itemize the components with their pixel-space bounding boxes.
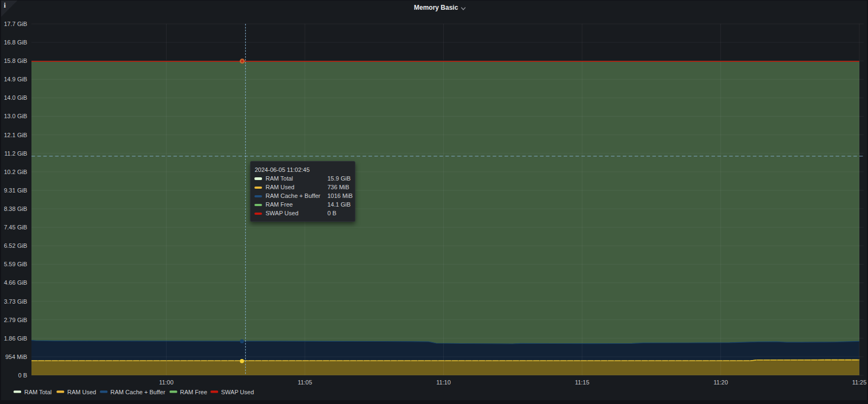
svg-text:17.7 GiB: 17.7 GiB xyxy=(4,21,27,27)
svg-text:11:05: 11:05 xyxy=(298,379,312,386)
svg-text:8.38 GiB: 8.38 GiB xyxy=(4,206,27,212)
svg-text:11:10: 11:10 xyxy=(436,379,451,386)
svg-text:5.59 GiB: 5.59 GiB xyxy=(4,261,27,267)
svg-text:14.0 GiB: 14.0 GiB xyxy=(4,94,27,101)
svg-text:13.0 GiB: 13.0 GiB xyxy=(4,113,27,119)
svg-text:7.45 GiB: 7.45 GiB xyxy=(4,224,27,230)
svg-text:10.2 GiB: 10.2 GiB xyxy=(4,169,27,175)
svg-text:RAM Total: RAM Total xyxy=(24,389,52,395)
svg-text:14.9 GiB: 14.9 GiB xyxy=(4,76,27,82)
svg-text:11:00: 11:00 xyxy=(159,379,174,386)
svg-text:RAM Free: RAM Free xyxy=(180,389,207,395)
svg-text:4.66 GiB: 4.66 GiB xyxy=(4,279,27,286)
svg-text:0 B: 0 B xyxy=(18,372,27,379)
svg-text:6.52 GiB: 6.52 GiB xyxy=(4,242,27,249)
svg-text:RAM Used: RAM Used xyxy=(67,389,96,395)
svg-text:RAM Cache + Buffer: RAM Cache + Buffer xyxy=(111,389,165,395)
svg-text:SWAP Used: SWAP Used xyxy=(221,389,254,395)
svg-text:12.1 GiB: 12.1 GiB xyxy=(4,132,27,138)
svg-text:15.8 GiB: 15.8 GiB xyxy=(4,57,27,64)
svg-text:11:15: 11:15 xyxy=(575,379,590,386)
svg-text:2.79 GiB: 2.79 GiB xyxy=(4,317,27,323)
svg-text:11.2 GiB: 11.2 GiB xyxy=(4,150,27,157)
svg-text:16.8 GiB: 16.8 GiB xyxy=(4,39,27,46)
svg-text:954 MiB: 954 MiB xyxy=(5,354,27,360)
svg-text:3.73 GiB: 3.73 GiB xyxy=(4,298,27,305)
svg-text:1.86 GiB: 1.86 GiB xyxy=(4,335,27,342)
svg-text:9.31 GiB: 9.31 GiB xyxy=(4,187,27,194)
svg-text:11:20: 11:20 xyxy=(713,379,728,386)
svg-text:11:25: 11:25 xyxy=(852,379,867,386)
